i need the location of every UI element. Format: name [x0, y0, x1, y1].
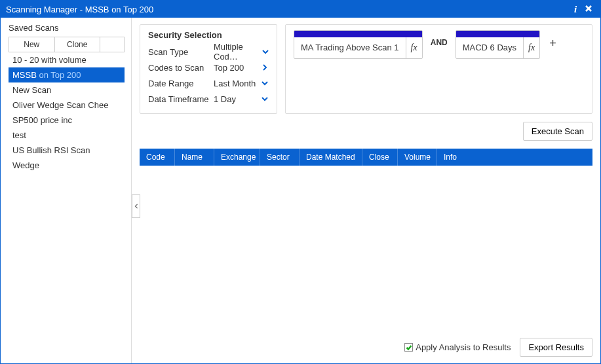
chevron-down-icon	[261, 95, 269, 103]
results-table: CodeNameExchangeSectorDate MatchedCloseV…	[140, 149, 592, 330]
criteria-operator[interactable]: AND	[428, 30, 450, 47]
saved-scan-item-label: SP500 price inc	[12, 115, 72, 125]
security-row-label: Data Timeframe	[148, 94, 214, 104]
results-table-body[interactable]	[140, 166, 592, 330]
saved-scan-item-label: US Bullish RSI Scan	[12, 145, 90, 155]
saved-scan-item-suffix: on Top 200	[37, 70, 81, 80]
export-results-button[interactable]: Export Results	[520, 338, 592, 357]
extra-scan-button[interactable]	[100, 37, 124, 52]
execute-scan-button[interactable]: Execute Scan	[523, 122, 592, 141]
criteria-block-name: MACD 6 Days	[456, 37, 523, 58]
new-scan-button[interactable]: New	[9, 37, 55, 52]
table-column-header[interactable]: Date Matched	[300, 149, 362, 166]
table-column-header[interactable]: Sector	[260, 149, 300, 166]
security-row-value-text: Top 200	[214, 63, 244, 73]
saved-scan-item-label: Oliver Wedge Scan Chee	[12, 100, 108, 110]
apply-analysis-label: Apply Analysis to Results	[416, 342, 511, 352]
security-row-value[interactable]: Last Month	[214, 79, 269, 88]
security-row: Date RangeLast Month	[148, 75, 269, 91]
footer-row: Apply Analysis to Results Export Results	[140, 338, 592, 357]
security-row-value-text: Last Month	[214, 79, 256, 88]
saved-scans-list[interactable]: 10 - 20 with volumeMSSB on Top 200New Sc…	[9, 52, 125, 358]
criteria-block-header	[294, 31, 422, 37]
security-row-label: Date Range	[148, 79, 214, 88]
window-title: Scanning Manager - MSSB on Top 200	[6, 5, 569, 14]
saved-scan-item[interactable]: New Scan	[9, 82, 125, 98]
chevron-right-icon	[261, 64, 269, 71]
saved-scans-panel: Saved Scans New Clone 10 - 20 with volum…	[1, 18, 132, 363]
table-column-header[interactable]: Info	[437, 149, 592, 166]
criteria-panel: MA Trading Above Scan 1fxANDMACD 6 Daysf…	[285, 24, 592, 114]
checkmark-icon	[404, 343, 413, 352]
saved-scans-toolbar: New Clone	[9, 37, 125, 52]
saved-scan-item-label: test	[12, 130, 26, 140]
saved-scan-item[interactable]: test	[9, 128, 125, 143]
saved-scan-item-label: New Scan	[12, 85, 51, 95]
criteria-block-name: MA Trading Above Scan 1	[294, 37, 406, 58]
title-bar[interactable]: Scanning Manager - MSSB on Top 200 i	[1, 1, 600, 18]
security-row-label: Scan Type	[148, 47, 214, 57]
security-row: Data Timeframe1 Day	[148, 91, 269, 107]
table-column-header[interactable]: Exchange	[214, 149, 260, 166]
saved-scan-item-label: Wedge	[12, 160, 39, 170]
table-column-header[interactable]: Volume	[398, 149, 437, 166]
chevron-down-icon	[262, 48, 269, 56]
security-row-value[interactable]: 1 Day	[214, 94, 269, 104]
info-icon[interactable]: i	[569, 4, 582, 15]
saved-scan-item[interactable]: MSSB on Top 200	[9, 67, 125, 82]
table-column-header[interactable]: Code	[140, 149, 175, 166]
table-column-header[interactable]: Close	[362, 149, 398, 166]
criteria-block[interactable]: MACD 6 Daysfx	[456, 30, 540, 59]
table-column-header[interactable]: Name	[175, 149, 214, 166]
saved-scan-item[interactable]: Wedge	[9, 158, 125, 173]
saved-scan-item-label: MSSB	[12, 70, 37, 80]
security-row-label: Codes to Scan	[148, 63, 214, 73]
saved-scan-item[interactable]: 10 - 20 with volume	[9, 52, 125, 67]
saved-scan-item[interactable]: SP500 price inc	[9, 113, 125, 128]
main-panel: Security Selection Scan TypeMultiple Cod…	[132, 18, 600, 363]
add-criteria-icon[interactable]: +	[545, 30, 556, 50]
scanning-manager-window: Scanning Manager - MSSB on Top 200 i Sav…	[0, 0, 601, 364]
security-selection-heading: Security Selection	[148, 30, 269, 40]
collapse-sidebar-handle[interactable]	[132, 194, 140, 218]
fx-icon[interactable]: fx	[523, 37, 539, 58]
criteria-block-header	[456, 31, 539, 37]
security-row: Scan TypeMultiple Cod…	[148, 44, 269, 60]
criteria-block[interactable]: MA Trading Above Scan 1fx	[294, 30, 423, 59]
security-row-value-text: Multiple Cod…	[214, 42, 262, 62]
results-table-header: CodeNameExchangeSectorDate MatchedCloseV…	[140, 149, 592, 166]
security-row-value-text: 1 Day	[214, 94, 236, 104]
saved-scan-item-label: 10 - 20 with volume	[12, 55, 87, 65]
security-row: Codes to ScanTop 200	[148, 60, 269, 75]
saved-scans-heading: Saved Scans	[9, 23, 125, 33]
chevron-down-icon	[261, 79, 269, 87]
close-icon[interactable]	[582, 5, 595, 14]
fx-icon[interactable]: fx	[406, 37, 422, 58]
apply-analysis-checkbox[interactable]: Apply Analysis to Results	[404, 342, 511, 352]
security-row-value[interactable]: Top 200	[214, 63, 269, 73]
security-row-value[interactable]: Multiple Cod…	[214, 42, 269, 62]
security-selection-panel: Security Selection Scan TypeMultiple Cod…	[140, 24, 277, 114]
saved-scan-item[interactable]: Oliver Wedge Scan Chee	[9, 98, 125, 113]
clone-scan-button[interactable]: Clone	[55, 37, 101, 52]
saved-scan-item[interactable]: US Bullish RSI Scan	[9, 143, 125, 158]
